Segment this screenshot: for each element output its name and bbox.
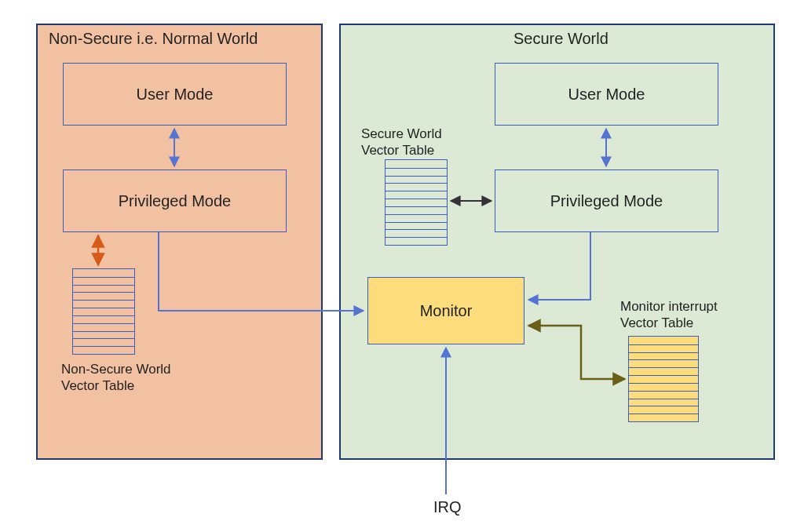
- secure-world-privileged-mode-box: Privileged Mode: [495, 169, 718, 232]
- monitor-interrupt-vector-table-label: Monitor interrupt Vector Table: [620, 298, 718, 332]
- normal-world-privileged-mode-label: Privileged Mode: [119, 192, 231, 210]
- secure-world-title: Secure World: [513, 30, 608, 48]
- normal-world-user-mode-box: User Mode: [63, 63, 287, 126]
- secure-world-vector-table-label: Secure World Vector Table: [361, 126, 442, 159]
- diagram-canvas: Non-Secure i.e. Normal World Secure Worl…: [0, 0, 804, 532]
- secure-world-privileged-mode-label: Privileged Mode: [550, 192, 663, 210]
- secure-world-user-mode-label: User Mode: [568, 86, 645, 104]
- secure-world-vector-table: [385, 159, 448, 246]
- monitor-label: Monitor: [420, 302, 473, 320]
- monitor-box: Monitor: [367, 277, 524, 344]
- monitor-interrupt-vector-table: [628, 336, 699, 422]
- non-secure-vector-table: [72, 268, 135, 355]
- irq-label: IRQ: [433, 497, 462, 517]
- normal-world-user-mode-label: User Mode: [137, 86, 214, 104]
- normal-world-privileged-mode-box: Privileged Mode: [63, 169, 287, 232]
- normal-world-title: Non-Secure i.e. Normal World: [49, 30, 258, 48]
- secure-world-user-mode-box: User Mode: [495, 63, 718, 126]
- non-secure-vector-table-label: Non-Secure World Vector Table: [61, 361, 171, 395]
